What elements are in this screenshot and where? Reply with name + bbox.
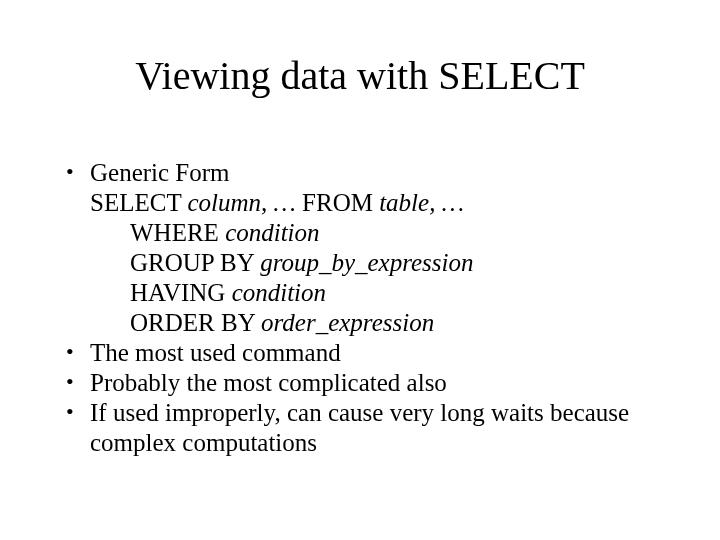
bullet-most-used: The most used command bbox=[60, 338, 660, 368]
bullet-complicated: Probably the most complicated also bbox=[60, 368, 660, 398]
slide-body: Generic Form SELECT column, … FROM table… bbox=[60, 158, 660, 458]
kw-from: FROM bbox=[296, 189, 379, 216]
slide: Viewing data with SELECT Generic Form SE… bbox=[0, 0, 720, 540]
text-complicated: Probably the most complicated also bbox=[90, 369, 447, 396]
text-most-used: The most used command bbox=[90, 339, 341, 366]
bullet-generic-form: Generic Form SELECT column, … FROM table… bbox=[60, 158, 660, 338]
kw-having: HAVING bbox=[130, 279, 232, 306]
text-generic-form: Generic Form bbox=[90, 158, 660, 188]
text-groupby-line: GROUP BY group_by_expression bbox=[90, 248, 660, 278]
it-table: table, … bbox=[379, 189, 464, 216]
text-having-line: HAVING condition bbox=[90, 278, 660, 308]
kw-orderby: ORDER BY bbox=[130, 309, 261, 336]
kw-where: WHERE bbox=[130, 219, 225, 246]
bullet-list: Generic Form SELECT column, … FROM table… bbox=[60, 158, 660, 458]
it-groupby-expr: group_by_expression bbox=[260, 249, 473, 276]
it-column: column, … bbox=[187, 189, 295, 216]
it-condition-1: condition bbox=[225, 219, 319, 246]
kw-groupby: GROUP BY bbox=[130, 249, 260, 276]
text-orderby-line: ORDER BY order_expression bbox=[90, 308, 660, 338]
text-where-line: WHERE condition bbox=[90, 218, 660, 248]
kw-select: SELECT bbox=[90, 189, 187, 216]
text-select-line: SELECT column, … FROM table, … bbox=[90, 188, 660, 218]
it-order-expr: order_expression bbox=[261, 309, 434, 336]
it-condition-2: condition bbox=[232, 279, 326, 306]
text-improper-use: If used improperly, can cause very long … bbox=[90, 399, 629, 456]
bullet-improper-use: If used improperly, can cause very long … bbox=[60, 398, 660, 458]
slide-title: Viewing data with SELECT bbox=[0, 0, 720, 99]
